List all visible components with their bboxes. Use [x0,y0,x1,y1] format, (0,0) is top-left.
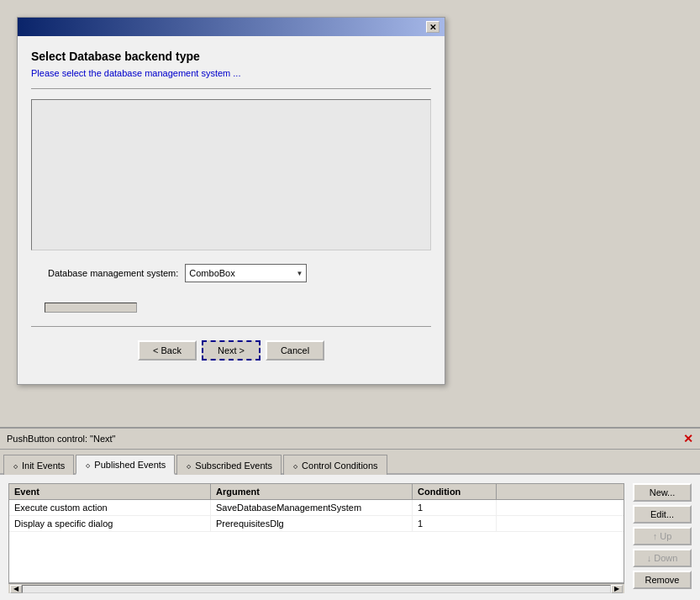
row1-condition: 1 [413,500,497,515]
side-buttons-panel: New... Edit... ↑ Up ↓ Down Remove [633,483,692,593]
dialog-footer: < Back Next > Cancel [31,334,431,371]
form-row: Database management system: ComboBox ▼ [31,264,431,282]
new-button[interactable]: New... [633,483,692,502]
chevron-down-icon: ▼ [296,270,303,277]
col-argument: Argument [211,484,413,499]
tab-subscribed-events-label: Subscribed Events [195,461,272,471]
events-table: Event Argument Condition Execute custom … [8,483,624,583]
table-container: Event Argument Condition Execute custom … [8,483,624,593]
edit-button[interactable]: Edit... [633,505,692,524]
tab-init-events[interactable]: ⬦ Init Events [3,455,74,475]
row2-condition: 1 [413,516,497,531]
progress-area [31,296,431,319]
close-button[interactable]: ✕ [426,21,439,33]
tab-control-conditions-label: Control Conditions [302,461,378,471]
row2-argument: PrerequisitesDlg [211,516,413,531]
row1-event: Execute custom action [9,500,211,515]
panel-close-button[interactable]: ✕ [683,432,693,445]
separator-2 [31,326,431,327]
scroll-left-button[interactable]: ◀ [10,585,22,593]
panel-titlebar: PushButton control: "Next" ✕ [0,429,700,450]
bottom-panel: PushButton control: "Next" ✕ ⬦ Init Even… [0,427,700,600]
scroll-right-button[interactable]: ▶ [611,585,623,593]
control-conditions-icon: ⬦ [292,460,298,471]
main-dialog: ✕ Select Database backend type Please se… [17,17,445,385]
back-button[interactable]: < Back [138,340,197,361]
panel-title: PushButton control: "Next" [7,434,116,444]
col-condition: Condition [413,484,497,499]
init-events-icon: ⬦ [13,460,18,471]
tabs-bar: ⬦ Init Events ⬦ Published Events ⬦ Subsc… [0,450,700,475]
content-area [31,99,431,250]
combobox-value: ComboBox [189,268,234,278]
row1-argument: SaveDatabaseManagementSystem [211,500,413,515]
separator-1 [31,88,431,89]
tab-init-events-label: Init Events [22,461,65,471]
published-events-icon: ⬦ [85,459,91,471]
remove-button[interactable]: Remove [633,571,692,589]
subscribed-events-icon: ⬦ [186,460,192,471]
dialog-body: Select Database backend type Please sele… [18,36,445,384]
up-button[interactable]: ↑ Up [633,527,692,545]
form-label: Database management system: [48,268,178,278]
col-event: Event [9,484,211,499]
horizontal-scrollbar[interactable]: ◀ ▶ [8,583,624,593]
dialog-subtitle: Please select the database management sy… [31,68,431,78]
dialog-area: ✕ Select Database backend type Please se… [0,0,700,402]
tab-published-events[interactable]: ⬦ Published Events [76,455,175,475]
tab-control-conditions[interactable]: ⬦ Control Conditions [283,455,387,475]
tab-subscribed-events[interactable]: ⬦ Subscribed Events [176,455,282,475]
dialog-heading: Select Database backend type [31,50,431,63]
down-button[interactable]: ↓ Down [633,549,692,567]
progress-bar [45,303,137,313]
table-row[interactable]: Execute custom action SaveDatabaseManage… [9,500,624,516]
scroll-track[interactable] [22,585,611,593]
panel-content: Event Argument Condition Execute custom … [0,475,700,600]
tab-published-events-label: Published Events [94,460,166,470]
table-row[interactable]: Display a specific dialog PrerequisitesD… [9,516,624,532]
table-header: Event Argument Condition [9,484,624,500]
next-button[interactable]: Next > [202,340,261,361]
dialog-titlebar: ✕ [18,18,445,36]
row2-event: Display a specific dialog [9,516,211,531]
database-combobox[interactable]: ComboBox ▼ [185,264,307,282]
table-empty-area [9,532,624,582]
cancel-button[interactable]: Cancel [266,340,324,361]
